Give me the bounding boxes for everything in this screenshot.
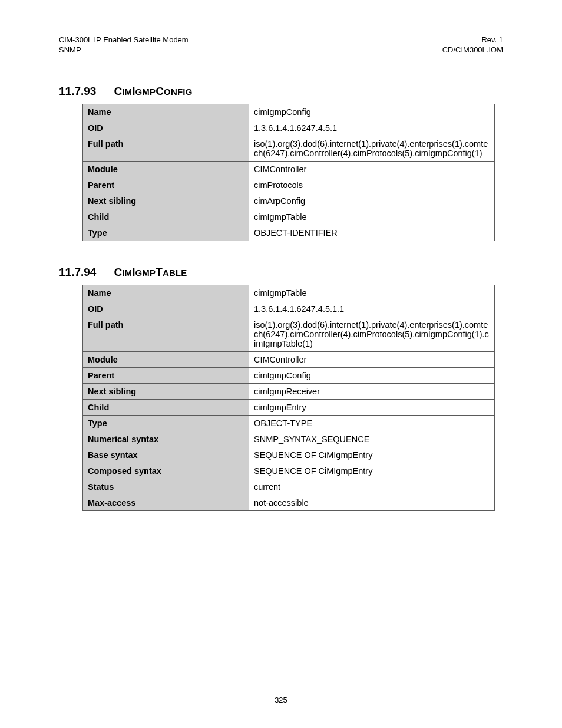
- table-row: ParentcimIgmpConfig: [83, 367, 495, 383]
- table-row: OID1.3.6.1.4.1.6247.4.5.1.1: [83, 301, 495, 317]
- table-row: ChildcimIgmpEntry: [83, 399, 495, 415]
- row-label: Child: [83, 399, 249, 415]
- table-row: TypeOBJECT-IDENTIFIER: [83, 225, 495, 241]
- row-value: cimProtocols: [249, 177, 495, 193]
- row-label: Type: [83, 415, 249, 431]
- table-row: OID1.3.6.1.4.1.6247.4.5.1: [83, 120, 495, 136]
- section-number: 11.7.93: [59, 85, 96, 98]
- table-row: Full pathiso(1).org(3).dod(6).internet(1…: [83, 136, 495, 161]
- section-title: CIMIGMPTABLE: [114, 266, 187, 278]
- table-body: NamecimIgmpTable OID1.3.6.1.4.1.6247.4.5…: [83, 285, 495, 510]
- table-row: ModuleCIMController: [83, 161, 495, 177]
- section-title: CIMIGMPCONFIG: [114, 85, 192, 97]
- row-value: cimIgmpReceiver: [249, 383, 495, 399]
- row-label: Max-access: [83, 495, 249, 510]
- table-row: ParentcimProtocols: [83, 177, 495, 193]
- section-heading: 11.7.94CIMIGMPTABLE: [59, 266, 503, 279]
- table-row: ChildcimIgmpTable: [83, 209, 495, 225]
- data-table: NamecimIgmpConfig OID1.3.6.1.4.1.6247.4.…: [82, 104, 495, 241]
- row-label: Parent: [83, 177, 249, 193]
- row-label: Type: [83, 225, 249, 241]
- row-value: cimIgmpConfig: [249, 367, 495, 383]
- table-row: Composed syntaxSEQUENCE OF CiMIgmpEntry: [83, 463, 495, 479]
- row-value: SNMP_SYNTAX_SEQUENCE: [249, 431, 495, 447]
- row-value: cimArpConfig: [249, 193, 495, 209]
- row-label: Next sibling: [83, 193, 249, 209]
- header-right: Rev. 1 CD/CIM300L.IOM: [442, 35, 503, 55]
- table-row: Max-accessnot-accessible: [83, 495, 495, 510]
- row-label: OID: [83, 120, 249, 136]
- row-label: Base syntax: [83, 447, 249, 463]
- row-label: Full path: [83, 317, 249, 351]
- table-row: NamecimIgmpConfig: [83, 104, 495, 120]
- row-label: Child: [83, 209, 249, 225]
- table-row: Numerical syntaxSNMP_SYNTAX_SEQUENCE: [83, 431, 495, 447]
- row-label: Numerical syntax: [83, 431, 249, 447]
- data-table: NamecimIgmpTable OID1.3.6.1.4.1.6247.4.5…: [82, 285, 495, 511]
- row-value: current: [249, 479, 495, 495]
- table-row: Next siblingcimArpConfig: [83, 193, 495, 209]
- row-label: OID: [83, 301, 249, 317]
- table-row: NamecimIgmpTable: [83, 285, 495, 301]
- header-left: CiM-300L IP Enabled Satellite Modem SNMP: [59, 35, 189, 55]
- row-value: not-accessible: [249, 495, 495, 510]
- row-value: 1.3.6.1.4.1.6247.4.5.1: [249, 120, 495, 136]
- row-value: OBJECT-TYPE: [249, 415, 495, 431]
- page: CiM-300L IP Enabled Satellite Modem SNMP…: [0, 0, 562, 728]
- row-label: Name: [83, 104, 249, 120]
- page-number: 325: [0, 696, 562, 704]
- page-header: CiM-300L IP Enabled Satellite Modem SNMP…: [59, 35, 503, 55]
- row-label: Module: [83, 161, 249, 177]
- header-rev: Rev. 1: [442, 35, 503, 45]
- row-value: SEQUENCE OF CiMIgmpEntry: [249, 447, 495, 463]
- row-label: Next sibling: [83, 383, 249, 399]
- section-heading: 11.7.93CIMIGMPCONFIG: [59, 85, 503, 98]
- row-value: CIMController: [249, 351, 495, 367]
- section-number: 11.7.94: [59, 266, 96, 279]
- row-label: Module: [83, 351, 249, 367]
- header-title-line1: CiM-300L IP Enabled Satellite Modem: [59, 35, 189, 45]
- row-value: SEQUENCE OF CiMIgmpEntry: [249, 463, 495, 479]
- row-value: iso(1).org(3).dod(6).internet(1).private…: [249, 136, 495, 161]
- row-value: cimIgmpTable: [249, 209, 495, 225]
- header-docid: CD/CIM300L.IOM: [442, 45, 503, 55]
- table-row: Full pathiso(1).org(3).dod(6).internet(1…: [83, 317, 495, 351]
- row-value: iso(1).org(3).dod(6).internet(1).private…: [249, 317, 495, 351]
- row-label: Status: [83, 479, 249, 495]
- row-label: Parent: [83, 367, 249, 383]
- row-value: cimIgmpConfig: [249, 104, 495, 120]
- row-value: 1.3.6.1.4.1.6247.4.5.1.1: [249, 301, 495, 317]
- table-row: Base syntaxSEQUENCE OF CiMIgmpEntry: [83, 447, 495, 463]
- row-value: cimIgmpEntry: [249, 399, 495, 415]
- header-title-line2: SNMP: [59, 45, 189, 55]
- row-value: OBJECT-IDENTIFIER: [249, 225, 495, 241]
- row-label: Full path: [83, 136, 249, 161]
- table-body: NamecimIgmpConfig OID1.3.6.1.4.1.6247.4.…: [83, 104, 495, 241]
- row-value: CIMController: [249, 161, 495, 177]
- row-label: Composed syntax: [83, 463, 249, 479]
- table-row: Statuscurrent: [83, 479, 495, 495]
- table-row: ModuleCIMController: [83, 351, 495, 367]
- row-value: cimIgmpTable: [249, 285, 495, 301]
- row-label: Name: [83, 285, 249, 301]
- table-row: Next siblingcimIgmpReceiver: [83, 383, 495, 399]
- table-row: TypeOBJECT-TYPE: [83, 415, 495, 431]
